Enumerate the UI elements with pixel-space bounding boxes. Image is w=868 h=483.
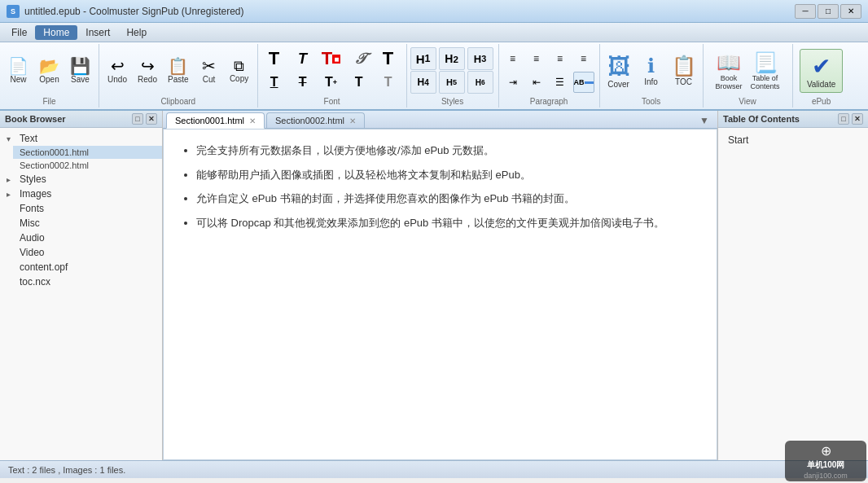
font-t1-button[interactable]: T xyxy=(261,47,287,70)
tools-group-label: Tools xyxy=(642,95,660,106)
font-t2-button[interactable]: T xyxy=(290,47,316,70)
heading-buttons: H1 H2 H3 H4 H5 H6 xyxy=(410,46,495,95)
table-contents-icon: 📃 xyxy=(753,51,778,74)
menubar: File Home Insert Help xyxy=(0,23,868,42)
tree-video[interactable]: Video xyxy=(0,245,162,260)
view-buttons: 📖 BookBrowser 📃 Table ofContents xyxy=(712,46,783,95)
new-button[interactable]: 📄 New xyxy=(3,55,33,86)
font-t10-button[interactable]: T xyxy=(375,71,401,94)
tabs-dropdown[interactable]: ▼ xyxy=(695,113,714,128)
font-t4-button[interactable]: 𝒯 xyxy=(347,47,373,70)
list-button[interactable]: ☰ xyxy=(550,72,571,93)
tree-fonts[interactable]: Fonts xyxy=(0,201,162,216)
toc-header: Table Of Contents □ ✕ xyxy=(718,111,868,128)
tab-section0002-label: Section0002.html xyxy=(275,116,344,125)
font-t3-button[interactable]: T■ xyxy=(318,47,344,70)
validate-button[interactable]: ✔ Validate xyxy=(800,49,843,93)
tree-styles-folder[interactable]: ▸ Styles xyxy=(0,172,162,187)
file-group-label: File xyxy=(42,95,55,106)
font-t8-button[interactable]: T+ xyxy=(318,71,344,94)
titlebar-controls[interactable]: ─ □ ✕ xyxy=(795,4,861,19)
tree-text-toggle: ▾ xyxy=(7,134,16,143)
outdent-button[interactable]: ⇤ xyxy=(526,72,547,93)
menu-home[interactable]: Home xyxy=(35,25,77,40)
book-browser-close-button[interactable]: ✕ xyxy=(146,113,157,125)
toc-controls[interactable]: □ ✕ xyxy=(838,113,863,125)
h6-button[interactable]: H6 xyxy=(467,71,493,94)
tree-images-label: Images xyxy=(20,188,51,200)
tree-text-folder[interactable]: ▾ Text xyxy=(0,131,162,146)
view-group-label: View xyxy=(739,95,756,106)
close-button[interactable]: ✕ xyxy=(840,4,861,19)
undo-button[interactable]: ↩ Undo xyxy=(103,55,132,86)
titlebar-left: S untitled.epub - Coolmuster SignPub (Un… xyxy=(7,5,243,18)
info-label: Info xyxy=(644,77,658,86)
align-right-button[interactable]: ≡ xyxy=(550,48,571,69)
toc-close-button[interactable]: ✕ xyxy=(852,113,863,125)
align-left-button[interactable]: ≡ xyxy=(502,48,524,69)
menu-insert[interactable]: Insert xyxy=(77,25,118,40)
ribbon-view-group: 📖 BookBrowser 📃 Table ofContents View xyxy=(704,44,793,108)
tab-section0001-close[interactable]: ✕ xyxy=(249,116,256,125)
open-icon: 📂 xyxy=(39,58,59,74)
tools-buttons: 🖼 Cover ℹ Info 📋 TOC xyxy=(603,46,699,95)
undo-label: Undo xyxy=(107,75,127,84)
toc-float-button[interactable]: □ xyxy=(838,113,849,125)
style-button[interactable]: AB xyxy=(573,72,594,93)
tab-section0002-close[interactable]: ✕ xyxy=(349,116,356,125)
paste-icon: 📋 xyxy=(168,58,188,74)
tree-content-opf[interactable]: content.opf xyxy=(0,260,162,274)
h4-button[interactable]: H4 xyxy=(410,71,436,94)
save-button[interactable]: 💾 Save xyxy=(65,55,95,86)
h3-button[interactable]: H3 xyxy=(467,47,493,70)
tree-section0002[interactable]: Section0002.html xyxy=(13,159,162,172)
h5-button[interactable]: H5 xyxy=(439,71,465,94)
h2-button[interactable]: H2 xyxy=(439,47,465,70)
book-browser-button[interactable]: 📖 BookBrowser xyxy=(712,50,746,92)
undo-icon: ↩ xyxy=(111,58,125,74)
book-browser-float-button[interactable]: □ xyxy=(132,113,143,125)
main-area: Book Browser □ ✕ ▾ Text Section0001.html… xyxy=(0,111,868,460)
maximize-button[interactable]: □ xyxy=(818,4,839,19)
toc-start[interactable]: Start xyxy=(725,133,861,147)
font-t6-button[interactable]: T xyxy=(261,71,287,94)
indent-button[interactable]: ⇥ xyxy=(502,72,524,93)
toc-label: TOC xyxy=(675,77,692,86)
table-contents-button[interactable]: 📃 Table ofContents xyxy=(747,50,783,92)
cut-icon: ✂ xyxy=(202,58,216,74)
tab-section0001[interactable]: Section0001.html ✕ xyxy=(166,112,265,129)
tree-misc[interactable]: Misc xyxy=(0,216,162,231)
toc-title: Table Of Contents xyxy=(723,114,800,124)
font-t7-button[interactable]: T xyxy=(290,71,316,94)
cover-button[interactable]: 🖼 Cover xyxy=(603,51,634,90)
tree-images-toggle: ▸ xyxy=(7,190,16,199)
font-t9-button[interactable]: T xyxy=(347,71,373,94)
menu-help[interactable]: Help xyxy=(118,25,155,40)
toc-button[interactable]: 📋 TOC xyxy=(669,53,699,88)
align-justify-button[interactable]: ≡ xyxy=(573,48,594,69)
statusbar: Text : 2 files , Images : 1 files. xyxy=(0,460,868,478)
book-browser-controls[interactable]: □ ✕ xyxy=(132,113,157,125)
open-button[interactable]: 📂 Open xyxy=(34,55,64,86)
copy-button[interactable]: ⧉ Copy xyxy=(225,56,254,86)
cut-button[interactable]: ✂ Cut xyxy=(195,55,224,86)
paste-button[interactable]: 📋 Paste xyxy=(163,55,194,86)
tree-audio[interactable]: Audio xyxy=(0,231,162,245)
tree-images-folder[interactable]: ▸ Images xyxy=(0,187,162,201)
watermark: ⊕ 单机100网 danji100.com xyxy=(785,441,866,481)
font-t5-button[interactable]: T xyxy=(375,47,401,70)
redo-button[interactable]: ↪ Redo xyxy=(133,55,162,86)
minimize-button[interactable]: ─ xyxy=(795,4,816,19)
h1-button[interactable]: H1 xyxy=(410,47,436,70)
tab-section0002[interactable]: Section0002.html ✕ xyxy=(266,112,365,128)
editor-list-item: 可以将 Dropcap 和其他视觉效果添加到您的 ePub 书籍中，以使您的文件… xyxy=(196,215,700,231)
tree-section0001[interactable]: Section0001.html xyxy=(13,146,162,159)
align-center-button[interactable]: ≡ xyxy=(526,48,547,69)
new-icon: 📄 xyxy=(8,58,28,74)
tree-toc-ncx[interactable]: toc.ncx xyxy=(0,274,162,289)
editor-content[interactable]: 完全支持所有元数据条目，以便方便地修改/添加 ePub 元数据。 能够帮助用户插… xyxy=(163,129,717,460)
book-browser-title: Book Browser xyxy=(5,114,66,124)
menu-file[interactable]: File xyxy=(3,25,35,40)
ribbon-styles-group: H1 H2 H3 H4 H5 H6 Styles xyxy=(407,44,499,108)
info-button[interactable]: ℹ Info xyxy=(636,53,667,88)
